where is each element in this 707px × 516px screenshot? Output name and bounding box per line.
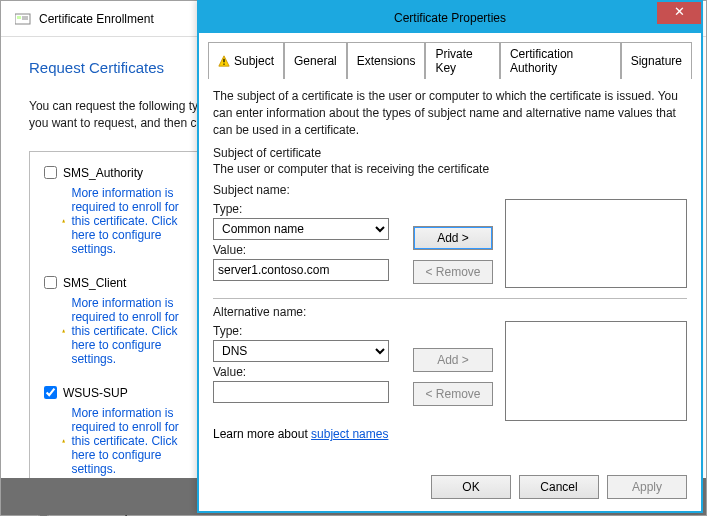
dialog-button-row: OK Cancel Apply [199,465,701,511]
warning-icon [218,55,230,67]
subject-type-select[interactable]: Common nameCountryEmailLocalityOrganizat… [213,218,389,240]
subject-of-certificate-label: Subject of certificate [213,146,687,160]
more-info-row[interactable]: More information is required to enroll f… [62,406,184,476]
template-label: WSUS-SUP [63,386,128,400]
subject-hint: The user or computer that is receiving t… [213,162,687,176]
dialog-titlebar[interactable]: Certificate Properties ✕ [199,2,701,33]
template-label: SMS_Client [63,276,126,290]
tab-content-subject: The subject of a certificate is the user… [199,79,701,465]
subject-value-input[interactable] [213,259,389,281]
certificate-templates-list: SMS_Authority More information is requir… [29,151,199,493]
alt-type-select[interactable]: DNSIP address (v4)IP address (v6)URLEmai… [213,340,389,362]
more-info-row[interactable]: More information is required to enroll f… [62,186,184,256]
alt-name-row: Type: DNSIP address (v4)IP address (v6)U… [213,321,687,421]
tab-label: Private Key [435,47,489,75]
tab-general[interactable]: General [284,42,347,79]
svg-rect-14 [223,59,224,62]
tab-strip: Subject General Extensions Private Key C… [208,42,692,79]
template-checkbox[interactable] [44,276,57,289]
warning-icon [62,434,65,448]
more-info-link[interactable]: More information is required to enroll f… [71,406,184,476]
template-checkbox[interactable] [44,166,57,179]
tab-private-key[interactable]: Private Key [425,42,499,79]
tab-label: Subject [234,54,274,68]
learn-prefix: Learn more about [213,427,311,441]
template-item: SMS_Client More information is required … [44,276,184,366]
type-label: Type: [213,202,391,216]
learn-more-subject-names: Learn more about subject names [213,427,687,441]
section-divider [213,298,687,299]
alt-name-label: Alternative name: [213,305,687,319]
tab-subject[interactable]: Subject [208,42,284,79]
alt-add-button[interactable]: Add > [413,348,493,372]
template-wsus-sup[interactable]: WSUS-SUP [44,386,184,400]
subject-remove-button[interactable]: < Remove [413,260,493,284]
apply-button[interactable]: Apply [607,475,687,499]
value-label: Value: [213,243,391,257]
dialog-title: Certificate Properties [394,11,506,25]
certificate-properties-dialog: Certificate Properties ✕ Subject General… [197,0,703,513]
template-sms-authority[interactable]: SMS_Authority [44,166,184,180]
subject-name-row: Type: Common nameCountryEmailLocalityOrg… [213,199,687,288]
more-info-link[interactable]: More information is required to enroll f… [71,186,184,256]
type-label: Type: [213,324,391,338]
template-checkbox[interactable] [44,386,57,399]
tab-label: General [294,54,337,68]
svg-rect-15 [223,64,224,65]
tab-ca[interactable]: Certification Authority [500,42,621,79]
more-info-row[interactable]: More information is required to enroll f… [62,296,184,366]
alt-value-input[interactable] [213,381,389,403]
back-window-title: Certificate Enrollment [39,12,154,26]
tab-label: Signature [631,54,682,68]
template-item: WSUS-SUP More information is required to… [44,386,184,476]
more-info-link[interactable]: More information is required to enroll f… [71,296,184,366]
subject-name-label: Subject name: [213,183,687,197]
close-button[interactable]: ✕ [657,2,701,24]
template-item: SMS_Authority More information is requir… [44,166,184,256]
subject-add-button[interactable]: Add > [413,226,493,250]
template-label: SMS_Authority [63,166,143,180]
warning-icon [62,214,65,228]
tab-label: Certification Authority [510,47,611,75]
ok-button[interactable]: OK [431,475,511,499]
template-sms-client[interactable]: SMS_Client [44,276,184,290]
tab-signature[interactable]: Signature [621,42,692,79]
subject-names-link[interactable]: subject names [311,427,388,441]
cert-file-icon [15,13,31,25]
subject-name-listbox[interactable] [505,199,687,288]
tab-label: Extensions [357,54,416,68]
tab-extensions[interactable]: Extensions [347,42,426,79]
value-label: Value: [213,365,391,379]
alt-name-listbox[interactable] [505,321,687,421]
svg-rect-1 [17,16,21,19]
alt-remove-button[interactable]: < Remove [413,382,493,406]
subject-description: The subject of a certificate is the user… [213,88,687,138]
cancel-button[interactable]: Cancel [519,475,599,499]
warning-icon [62,324,65,338]
